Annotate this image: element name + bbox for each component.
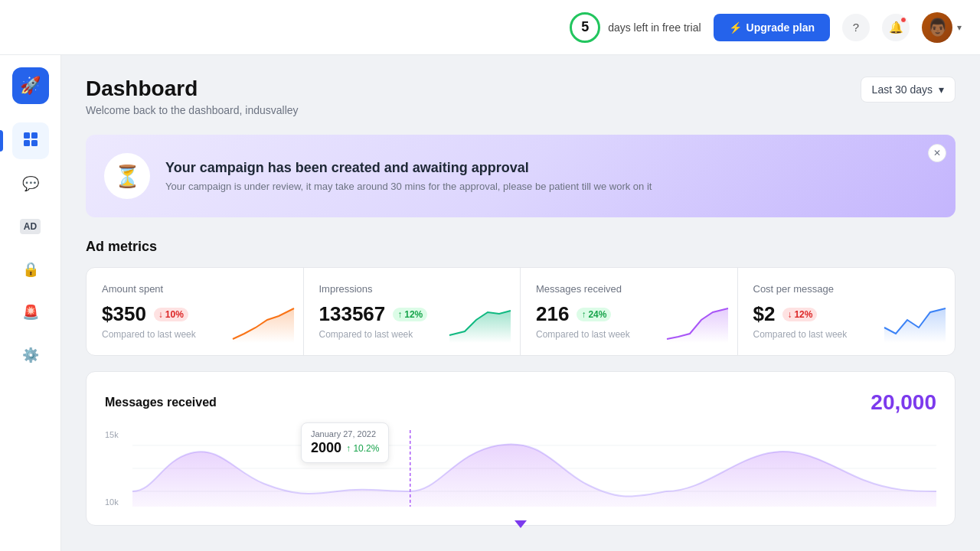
metric-label-amount-spent: Amount spent [102,283,288,295]
logo-icon: 🚀 [20,76,41,96]
metric-label-messages: Messages received [536,283,722,295]
settings-icon: ⚙️ [22,347,39,364]
y-label-10k: 10k [105,497,128,507]
metric-card-cost: Cost per message $2 ↓ 12% Compared to la… [738,268,956,355]
hourglass-icon: ⏳ [114,164,141,189]
banner-content: Your campaign has been created and await… [165,160,937,192]
main-content: Dashboard Welcome back to the dashboard,… [61,55,980,551]
banner-title: Your campaign has been created and await… [165,160,937,176]
chart-impressions [449,305,511,343]
messages-section: Messages received 20,000 15k 10k January… [86,371,956,526]
metrics-grid: Amount spent $350 ↓ 10% Compared to last… [86,267,956,356]
sidebar-item-dashboard[interactable] [12,122,49,159]
topbar: 5 days left in free trial ⚡ Upgrade plan… [0,0,980,55]
sidebar-item-lock[interactable]: 🔒 [12,251,49,288]
metric-badge-amount-spent: ↓ 10% [154,308,188,321]
close-icon: ✕ [933,148,941,158]
sidebar-item-alert[interactable]: 🚨 [12,294,49,331]
trial-text: days left in free trial [608,21,701,34]
metric-badge-impressions: ↑ 12% [393,308,427,321]
tooltip-value-row: 2000 ↑ 10.2% [311,440,379,456]
up-arrow-icon: ↑ [397,309,402,320]
tooltip-date: January 27, 2022 [311,429,379,439]
messages-total: 20,000 [871,390,936,415]
avatar: 👨🏾 [922,12,952,43]
alert-icon: 🚨 [22,304,39,321]
messages-section-title: Messages received [105,396,217,409]
svg-rect-3 [31,140,38,146]
banner-close-button[interactable]: ✕ [928,144,946,162]
metric-badge-messages: ↑ 24% [577,308,611,321]
avatar-chevron: ▾ [957,22,962,33]
date-filter-chevron: ▾ [939,83,944,96]
campaign-banner: ⏳ Your campaign has been created and awa… [86,135,956,217]
chart-messages [667,305,728,343]
down-arrow-icon2: ↓ [787,309,792,320]
up-arrow-icon2: ↑ [581,309,586,320]
messages-chart-svg [132,430,936,507]
chart-tooltip: January 27, 2022 2000 ↑ 10.2% [301,422,389,463]
sidebar-logo[interactable]: 🚀 [12,67,49,104]
chart-y-labels: 15k 10k [105,430,128,507]
date-filter-label: Last 30 days [872,83,933,96]
page-header-left: Dashboard Welcome back to the dashboard,… [86,77,299,116]
sidebar-item-messages[interactable]: 💬 [12,165,49,202]
trial-days-circle: 5 [570,12,600,43]
page-title: Dashboard [86,77,299,101]
metric-card-impressions: Impressions 133567 ↑ 12% Compared to las… [304,268,521,355]
sidebar-item-settings[interactable]: ⚙️ [12,337,49,373]
app-body: 🚀 💬 AD 🔒 🚨 ⚙️ [0,55,980,551]
svg-rect-0 [24,132,30,139]
upgrade-label: Upgrade plan [746,21,815,34]
date-filter-button[interactable]: Last 30 days ▾ [861,77,956,103]
trial-badge: 5 days left in free trial [570,12,701,43]
ads-icon: AD [20,219,41,234]
banner-subtitle: Your campaign is under review, it may ta… [165,181,937,192]
sidebar: 🚀 💬 AD 🔒 🚨 ⚙️ [0,55,61,551]
upgrade-button[interactable]: ⚡ Upgrade plan [714,14,830,41]
tooltip-value: 2000 [311,440,341,456]
notification-dot [900,17,906,23]
metric-label-impressions: Impressions [319,283,505,295]
metric-value-amount-spent: $350 [102,302,146,326]
messages-chart-area: 15k 10k January 27, 2022 2000 ↑ 10.2% [105,430,936,507]
page-header: Dashboard Welcome back to the dashboard,… [86,77,956,116]
banner-icon: ⏳ [104,153,150,199]
metric-value-impressions: 133567 [319,302,386,326]
chart-amount-spent [233,305,294,343]
metric-card-amount-spent: Amount spent $350 ↓ 10% Compared to last… [87,268,304,355]
chart-content: January 27, 2022 2000 ↑ 10.2% [132,430,936,507]
dashboard-icon [22,131,39,152]
user-avatar-wrapper[interactable]: 👨🏾 ▾ [922,12,962,43]
metric-value-messages: 216 [536,302,569,326]
down-arrow-icon: ↓ [158,309,163,320]
tooltip-change: ↑ 10.2% [346,443,379,454]
svg-rect-2 [24,140,30,146]
metric-card-messages: Messages received 216 ↑ 24% Compared to … [521,268,738,355]
ad-metrics-title: Ad metrics [86,239,956,255]
upgrade-icon: ⚡ [729,21,742,34]
svg-rect-1 [31,132,38,139]
lock-icon: 🔒 [22,261,39,278]
messages-section-header: Messages received 20,000 [105,390,936,415]
messages-icon: 💬 [22,175,39,192]
metric-badge-cost: ↓ 12% [782,308,817,321]
chart-cost [884,305,946,343]
notification-button[interactable]: 🔔 [882,14,910,41]
trial-days-number: 5 [581,19,589,35]
help-button[interactable]: ? [842,14,870,41]
sidebar-item-ads[interactable]: AD [12,208,49,245]
metric-label-cost: Cost per message [753,283,940,295]
y-label-15k: 15k [105,430,128,439]
help-icon: ? [853,21,859,34]
metric-value-cost: $2 [753,302,776,326]
page-subtitle: Welcome back to the dashboard, indusvall… [86,104,299,116]
